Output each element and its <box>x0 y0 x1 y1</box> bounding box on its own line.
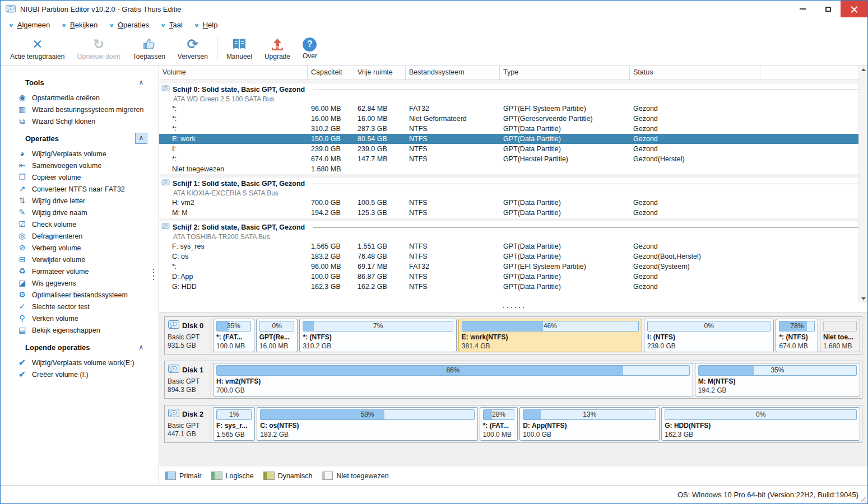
group-rule <box>313 90 861 90</box>
partition-block[interactable]: 35%*: (FAT...100.0 MB <box>213 319 254 352</box>
menu-item-taal[interactable]: ∨Taal <box>160 21 183 29</box>
check-done-icon: ✔ <box>17 370 27 379</box>
volume-row[interactable]: I:239.0 GB239.0 GBNTFSGPT(Data Partitie)… <box>159 144 867 154</box>
sidebar-item[interactable]: ▥Wizard besturingssysteem migreren <box>1 104 159 115</box>
partition-block[interactable]: 0%G: HDD(NTFS)162.3 GB <box>661 407 860 441</box>
partition-block[interactable]: 28%*: (FAT...100.0 MB <box>480 407 518 441</box>
resize-grip[interactable] <box>858 494 866 502</box>
volume-row[interactable]: E: work150.0 GB80.54 GBNTFSGPT(Data Part… <box>159 134 867 144</box>
vertical-scrollbar[interactable] <box>858 66 867 303</box>
sidebar-item-label: Bekijk eigenschappen <box>32 326 100 334</box>
menu-item-algemeen[interactable]: ∨Algemeen <box>8 21 50 29</box>
volume-row[interactable]: M: M194.2 GB125.3 GBNTFSGPT(Data Partiti… <box>159 208 867 218</box>
status-bar: OS: Windows 10 Pro 64-bit (Version:22H2,… <box>1 485 867 503</box>
about-button[interactable]: ?Over <box>296 32 323 65</box>
upgrade-button[interactable]: Upgrade <box>258 32 296 65</box>
sidebar-item[interactable]: ♻Formateer volume <box>1 265 159 277</box>
partition-size: 183.2 GB <box>260 431 474 438</box>
sidebar-item[interactable]: ◉Opstartmedia creëren <box>1 92 159 104</box>
cell-filesystem: NTFS <box>406 134 500 144</box>
disk-info[interactable]: Disk 0Basic GPT931.5 GB <box>165 317 211 354</box>
scroll-down-icon[interactable] <box>861 297 866 300</box>
disk-info[interactable]: Disk 2Basic GPT447.1 GB <box>165 405 211 442</box>
sidebar-item[interactable]: ⊟Verwijder volume <box>1 254 159 265</box>
usage-percent-label: 35% <box>217 321 250 331</box>
sidebar-item[interactable]: ◎Defragmenteren <box>1 230 159 242</box>
partition-block[interactable]: 0%I: (NTFS)239.0 GB <box>644 319 774 352</box>
volume-row[interactable]: H: vm2700.0 GB100.5 GBNTFSGPT(Data Parti… <box>159 198 867 208</box>
partition-block[interactable]: 78%*: (NTFS)674.0 MB <box>776 319 818 352</box>
volume-row[interactable]: *:310.2 GB287.3 GBNTFSGPT(Data Partitie)… <box>159 124 867 134</box>
sidebar-item[interactable]: ✓Slechte sector test <box>1 301 159 312</box>
sidebar-item[interactable]: ❐Copiëer volume <box>1 171 159 183</box>
column-header[interactable]: Vrije ruimte <box>354 66 406 80</box>
sidebar-item[interactable]: ◕Wijzig/Verplaats volume <box>1 148 159 160</box>
sidebar-item[interactable]: ✔Wijzig/Verplaats volume work(E:) <box>1 357 159 368</box>
sidebar-item[interactable]: ▤Bekijk eigenschappen <box>1 324 159 336</box>
disk-icon <box>161 85 170 95</box>
partition-block[interactable]: 35%M: M(NTFS)194.2 GB <box>695 363 860 396</box>
volume-row[interactable]: D: App100.0 GB86.87 GBNTFSGPT(Data Parti… <box>159 272 867 282</box>
refresh-button[interactable]: ⟳Verversen <box>171 32 214 65</box>
sidebar-item-label: Wijzig/Verplaats volume work(E:) <box>32 359 134 367</box>
sidebar-item-label: Copiëer volume <box>32 174 81 181</box>
collapse-chevron-icon[interactable]: ∧ <box>135 77 147 88</box>
manual-button[interactable]: Manueel <box>220 32 258 65</box>
partition-block[interactable]: 58%C: os(NTFS)183.2 GB <box>257 407 477 441</box>
volume-row[interactable]: F: sys_res1.565 GB1.551 GBNTFSGPT(Data P… <box>159 241 867 251</box>
toolbar-button-label: Upgrade <box>264 53 290 60</box>
menu-item-bekijken[interactable]: ∨Bekijken <box>61 21 98 29</box>
disk-info[interactable]: Disk 1Basic GPT894.3 GB <box>165 361 211 398</box>
volume-row[interactable]: G: HDD162.3 GB162.2 GBNTFSGPT(Data Parti… <box>159 282 867 292</box>
column-header[interactable]: Volume <box>159 66 308 80</box>
volume-row[interactable]: C: os183.2 GB76.48 GBNTFSGPT(Data Partit… <box>159 251 867 262</box>
volume-row[interactable]: *:96.00 MB69.17 MBFAT32GPT(EFI Systeem P… <box>159 262 867 272</box>
column-header[interactable]: Capaciteit <box>308 66 354 80</box>
column-header[interactable]: Type <box>500 66 630 80</box>
partition-block[interactable]: 86%H: vm2(NTFS)700.0 GB <box>213 363 693 396</box>
column-header[interactable]: Bestandssysteem <box>406 66 500 80</box>
partition-block[interactable]: 46%E: work(NTFS)381.4 GB <box>458 319 642 352</box>
table-diskmap-splitter[interactable] <box>159 303 867 312</box>
volume-row[interactable]: *:674.0 MB147.7 MBNTFSGPT(Herstel Partit… <box>159 154 867 164</box>
maximize-button[interactable] <box>815 1 841 17</box>
sidebar-item-label: Opstartmedia creëren <box>32 94 100 102</box>
sidebar-item[interactable]: ⧉Wizard Schijf klonen <box>1 115 159 127</box>
column-header[interactable]: Status <box>630 66 760 80</box>
sidebar-item[interactable]: ☑Check volume <box>1 218 159 230</box>
sidebar-item[interactable]: ◪Wis gegevens <box>1 277 159 289</box>
redo-button[interactable]: ↻Opnieuw doen <box>71 32 126 65</box>
undo-button[interactable]: ✕Actie terugdraaien <box>4 32 71 65</box>
partition-block[interactable]: 0%GPT(Re...16.00 MB <box>256 319 298 352</box>
menu-item-operaties[interactable]: ∨Operaties <box>109 21 149 29</box>
sidebar-splitter-handle[interactable] <box>152 268 155 282</box>
cell-filesystem: Niet Geformateerd <box>406 114 500 124</box>
sidebar-item[interactable]: ⊘Verberg volume <box>1 242 159 254</box>
sidebar-item[interactable]: ⚙Optimaliseer bestandssysteem <box>1 289 159 301</box>
collapse-chevron-icon[interactable]: ∧ <box>135 133 147 144</box>
minimize-button[interactable] <box>790 1 815 17</box>
apply-button[interactable]: Toepassen <box>127 32 171 65</box>
cell-type: GPT(Herstel Partitie) <box>500 154 630 164</box>
unallocated-block[interactable]: Niet toe...1.680 MB <box>820 319 860 352</box>
volume-row[interactable]: *:16.00 MB16.00 MBNiet GeformateerdGPT(G… <box>159 114 867 124</box>
sidebar-item[interactable]: ↗Converteer NTFS naar FAT32 <box>1 183 159 195</box>
partition-block[interactable]: 1%F: sys_r...1.565 GB <box>213 407 255 441</box>
refresh-icon: ⟳ <box>187 36 198 52</box>
sidebar-item[interactable]: ⇅Wijzig drive letter <box>1 195 159 207</box>
sidebar-item[interactable]: ✔Creëer volume (I:) <box>1 368 159 380</box>
partition-block[interactable]: 7%*: (NTFS)310.2 GB <box>299 319 456 352</box>
volume-row[interactable]: Niet toegewezen1.680 MB <box>159 164 867 174</box>
disk-group-title: Schijf 0: Solid state, Basic GPT, Gezond <box>173 86 305 94</box>
usage-bar: 35% <box>216 321 251 332</box>
sidebar-item[interactable]: ⚲Verken volume <box>1 312 159 324</box>
partition-block[interactable]: 13%D: App(NTFS)100.0 GB <box>519 407 660 441</box>
menu-item-help[interactable]: ∨Help <box>194 21 218 29</box>
close-button[interactable] <box>841 1 867 17</box>
os-info-text: OS: Windows 10 Pro 64-bit (Version:22H2,… <box>677 491 858 499</box>
volume-row[interactable]: *:96.00 MB62.84 MBFAT32GPT(EFI Systeem P… <box>159 104 867 114</box>
collapse-chevron-icon[interactable]: ∧ <box>135 342 147 353</box>
sidebar-item[interactable]: ✎Wijzig drive naam <box>1 207 159 218</box>
sidebar-item[interactable]: ⇤Samenvoegen volume <box>1 160 159 171</box>
scroll-up-icon[interactable] <box>861 68 866 71</box>
